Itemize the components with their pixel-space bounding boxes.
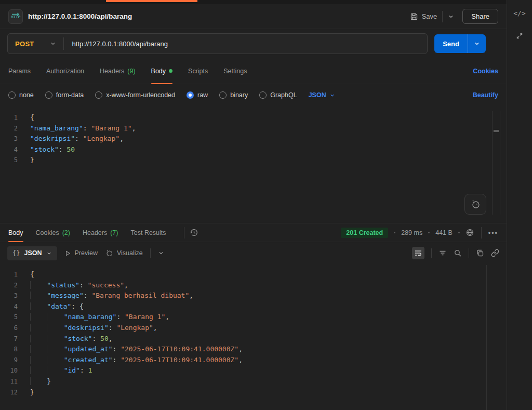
body-modified-dot (169, 69, 172, 73)
postman-app: </> HTTP http://127.0.0.1:8000/api/baran… (0, 0, 532, 410)
scrollbar-thumb[interactable] (494, 130, 499, 132)
save-dropdown-button[interactable] (448, 14, 454, 20)
chevron-down-icon (46, 250, 52, 256)
request-url-bar: POST http://127.0.0.1:8000/api/barang Se… (0, 29, 507, 58)
bodytype-graphql[interactable]: GraphQL (259, 91, 297, 99)
tab-scripts[interactable]: Scripts (188, 58, 208, 84)
braces-icon: {} (12, 249, 20, 257)
code-line: 2"nama_barang": "Barang 1", (0, 123, 507, 134)
line-number: 1 (0, 112, 18, 123)
copy-button[interactable] (476, 249, 484, 257)
dot-separator (394, 232, 395, 233)
code-line: 10 "id": 1 (0, 365, 507, 376)
format-select[interactable]: {} JSON (7, 246, 57, 260)
send-button[interactable]: Send (434, 34, 468, 53)
divider (184, 227, 184, 239)
filter-icon (438, 249, 447, 257)
network-globe-icon[interactable] (466, 228, 474, 237)
line-number: 9 (0, 355, 18, 366)
pane-splitter[interactable] (0, 218, 507, 223)
language-select[interactable]: JSON (309, 91, 335, 99)
send-dropdown-button[interactable] (468, 34, 486, 53)
save-button[interactable]: Save (410, 12, 437, 21)
response-body-editor[interactable]: 1{2 "status": "success",3 "message": "Ba… (0, 264, 507, 410)
tab-strip (0, 0, 507, 4)
more-actions-button[interactable]: ••• (488, 229, 498, 236)
tab-response-cookies[interactable]: Cookies(2) (36, 223, 70, 242)
status-badge: 201 Created (341, 228, 388, 238)
search-button[interactable] (454, 249, 462, 257)
code-line: 1{ (0, 112, 507, 123)
line-number: 4 (0, 301, 18, 312)
bodytype-raw[interactable]: raw (187, 91, 208, 99)
code-line: 11 } (0, 376, 507, 387)
tab-authorization[interactable]: Authorization (46, 58, 84, 84)
wrap-text-button[interactable] (412, 247, 424, 259)
code-snippet-icon[interactable]: </> (513, 9, 525, 17)
response-meta: 201 Created 289 ms 441 B ••• (341, 227, 498, 239)
cookies-count: (2) (62, 229, 70, 236)
search-icon (454, 249, 462, 257)
layout-expand-icon[interactable] (515, 32, 524, 40)
tab-body[interactable]: Body (151, 58, 173, 84)
http-request-icon: HTTP (8, 9, 23, 24)
tab-response-headers[interactable]: Headers(7) (83, 223, 118, 242)
tab-test-results[interactable]: Test Results (130, 223, 166, 242)
postbot-icon (470, 199, 481, 209)
svg-text:HTTP: HTTP (11, 15, 21, 19)
link-icon (491, 249, 499, 257)
radio-icon (45, 91, 52, 99)
save-label: Save (422, 12, 437, 20)
filter-button[interactable] (438, 249, 447, 257)
headers-count: (9) (127, 68, 135, 75)
line-number: 3 (0, 134, 18, 144)
bodytype-form-data[interactable]: form-data (45, 91, 84, 99)
cookies-link[interactable]: Cookies (473, 68, 498, 75)
url-input[interactable]: http://127.0.0.1:8000/api/barang (64, 40, 428, 48)
method-label: POST (15, 40, 34, 48)
divider (150, 248, 151, 258)
bodytype-none[interactable]: none (8, 91, 34, 99)
bodytype-binary[interactable]: binary (219, 91, 248, 99)
request-body-editor[interactable]: 1{2"nama_barang": "Barang 1",3"deskripsi… (0, 106, 507, 218)
request-title: http://127.0.0.1:8000/api/barang (28, 12, 132, 20)
postbot-button[interactable] (464, 194, 486, 215)
history-icon[interactable] (190, 228, 198, 237)
chevron-down-icon (329, 92, 335, 98)
body-type-row: none form-data x-www-form-urlencoded raw… (0, 84, 507, 106)
request-header: HTTP http://127.0.0.1:8000/api/barang Sa… (0, 4, 507, 29)
visualize-button[interactable]: Visualize (105, 249, 143, 257)
share-button[interactable]: Share (462, 9, 498, 24)
line-number: 1 (0, 269, 18, 280)
line-number: 8 (0, 344, 18, 355)
code-line: 4 "data": { (0, 301, 507, 312)
request-tabs: Params Authorization Headers(9) Body Scr… (0, 58, 507, 84)
code-line: 3 "message": "Barang berhasil dibuat", (0, 290, 507, 301)
beautify-link[interactable]: Beautify (473, 91, 498, 99)
tab-response-body[interactable]: Body (8, 223, 23, 242)
wrap-text-icon (414, 249, 422, 257)
response-options-chevron[interactable] (158, 250, 164, 256)
divider (442, 11, 443, 22)
response-scrollbar[interactable] (486, 265, 487, 410)
response-size: 441 B (435, 229, 453, 236)
tab-params[interactable]: Params (8, 58, 31, 84)
right-sidebar: </> (507, 0, 532, 410)
divider (431, 248, 432, 258)
tab-settings[interactable]: Settings (223, 58, 247, 84)
save-icon (410, 12, 418, 21)
bodytype-urlencoded[interactable]: x-www-form-urlencoded (95, 91, 175, 99)
editor-scrollbar[interactable] (492, 111, 500, 215)
method-select[interactable]: POST (8, 40, 63, 48)
preview-button[interactable]: Preview (64, 249, 98, 257)
line-number: 11 (0, 376, 18, 387)
code-line: 4"stock": 50 (0, 144, 507, 155)
code-line: 6 "deskripsi": "Lengkap", (0, 323, 507, 334)
radio-icon (8, 91, 16, 99)
play-icon (64, 250, 71, 257)
line-number: 2 (0, 123, 18, 134)
active-tab-indicator (106, 0, 197, 2)
tab-headers[interactable]: Headers(9) (100, 58, 136, 84)
link-button[interactable] (491, 249, 499, 257)
line-number: 6 (0, 323, 18, 334)
